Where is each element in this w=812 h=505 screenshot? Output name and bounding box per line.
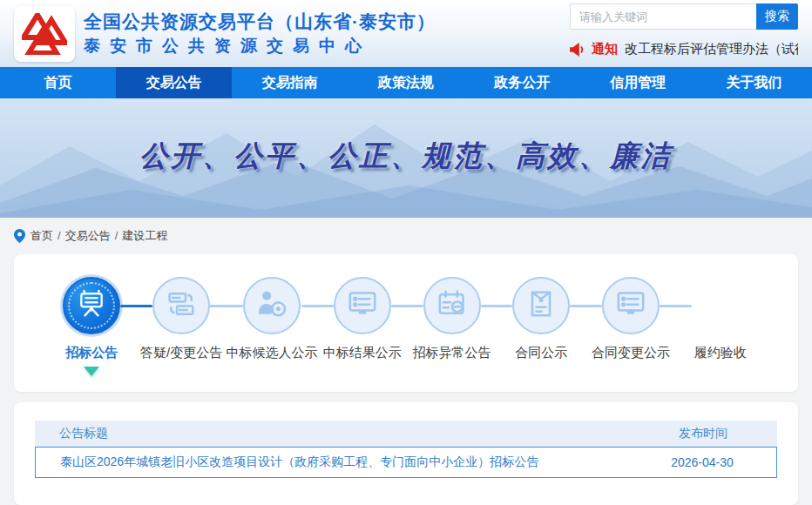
breadcrumb-item-2[interactable]: 建设工程: [122, 229, 167, 242]
table-body: 泰山区2026年城镇老旧小区改造项目设计（政府采购工程、专门面向中小企业）招标公…: [35, 447, 777, 478]
step-circle[interactable]: [243, 277, 301, 334]
step-connector: [481, 305, 513, 307]
step-label: 合同变更公示: [592, 345, 670, 361]
monitor-list-icon: [613, 286, 648, 325]
site-title: 全国公共资源交易平台（山东省·泰安市）: [84, 10, 436, 33]
announcement-date: 2026-04-30: [628, 455, 776, 469]
cards-swap-icon: [164, 286, 199, 325]
search-input[interactable]: [570, 3, 756, 30]
breadcrumb-separator: /: [58, 229, 61, 242]
location-pin-icon: [14, 229, 25, 243]
table-header-date: 发布时间: [629, 426, 777, 441]
announcement-title-link[interactable]: 泰山区2026年城镇老旧小区改造项目设计（政府采购工程、专门面向中小企业）招标公…: [36, 454, 628, 470]
announcement-table-card: 公告标题 发布时间 泰山区2026年城镇老旧小区改造项目设计（政府采购工程、专门…: [14, 402, 798, 505]
step-connector: [301, 305, 334, 307]
step-connector: [209, 305, 243, 307]
step-connector: [120, 305, 152, 307]
step-circle[interactable]: [152, 277, 210, 334]
triangle-mountain-logo-icon: [22, 13, 67, 55]
process-flow: 招标公告答疑/变更公告中标候选人公示中标结果公示招标异常公告合同公示合同变更公示…: [47, 277, 765, 376]
process-step-2[interactable]: 中标候选人公示: [226, 277, 317, 376]
table-header-title: 公告标题: [35, 426, 629, 441]
banner-slogan: 公开、公平、公正、规范、高效、廉洁: [0, 137, 812, 176]
step-label: 合同公示: [515, 345, 567, 361]
step-circle[interactable]: [423, 277, 481, 334]
step-label: 招标公告: [65, 345, 118, 361]
speaker-icon: [570, 43, 585, 57]
breadcrumb-items: 首页/交易公告/建设工程: [30, 228, 167, 244]
step-connector: [391, 305, 423, 307]
active-step-arrow-icon: [84, 367, 99, 376]
nav-item-2[interactable]: 交易指南: [232, 67, 348, 98]
step-connector: [570, 305, 602, 307]
process-step-5[interactable]: 合同公示: [497, 277, 586, 376]
notice-ticker[interactable]: 通知 改工程标后评估管理办法（试行: [570, 41, 798, 57]
process-step-0[interactable]: 招标公告: [47, 277, 137, 376]
process-step-7[interactable]: 履约验收: [675, 277, 765, 376]
main-nav: 首页交易公告交易指南政策法规政务公开信用管理关于我们: [0, 67, 812, 98]
step-label: 中标候选人公示: [226, 345, 317, 361]
nav-item-5[interactable]: 信用管理: [580, 67, 696, 98]
process-flow-card: 招标公告答疑/变更公告中标候选人公示中标结果公示招标异常公告合同公示合同变更公示…: [14, 254, 798, 392]
notice-badge: 通知: [592, 41, 618, 57]
step-label: 履约验收: [694, 345, 747, 361]
step-label: 答疑/变更公告: [140, 345, 222, 361]
site-header: 全国公共资源交易平台（山东省·泰安市） 泰安市公共资源交易中心 搜索 通知 改工…: [0, 0, 812, 67]
nav-item-0[interactable]: 首页: [0, 67, 116, 98]
step-circle[interactable]: [334, 277, 391, 334]
nav-item-4[interactable]: 政务公开: [464, 67, 580, 98]
monitor-list-icon: [345, 286, 380, 325]
breadcrumb-item-0[interactable]: 首页: [30, 229, 53, 242]
step-circle[interactable]: [512, 277, 570, 334]
step-circle-placeholder: [692, 277, 749, 334]
step-connector: [660, 305, 692, 307]
site-subtitle: 泰安市公共资源交易中心: [84, 36, 436, 57]
nav-item-1[interactable]: 交易公告: [116, 67, 232, 98]
table-header-row: 公告标题 发布时间: [35, 421, 777, 447]
nav-item-3[interactable]: 政策法规: [348, 67, 464, 98]
breadcrumb: 首页/交易公告/建设工程: [14, 218, 798, 254]
step-circle[interactable]: [63, 277, 120, 334]
breadcrumb-item-1[interactable]: 交易公告: [65, 229, 111, 242]
process-step-4[interactable]: 招标异常公告: [407, 277, 497, 376]
table-row[interactable]: 泰山区2026年城镇老旧小区改造项目设计（政府采购工程、专门面向中小企业）招标公…: [35, 447, 777, 478]
process-step-1[interactable]: 答疑/变更公告: [137, 277, 227, 376]
step-label: 招标异常公告: [413, 345, 491, 361]
breadcrumb-separator: /: [115, 229, 118, 242]
search-button[interactable]: 搜索: [756, 3, 798, 30]
envelope-seal-icon: [524, 286, 558, 325]
process-step-6[interactable]: 合同变更公示: [586, 277, 676, 376]
step-circle[interactable]: [602, 277, 660, 334]
easel-board-icon: [74, 286, 109, 325]
process-step-3[interactable]: 中标结果公示: [317, 277, 407, 376]
site-logo: [14, 6, 75, 62]
person-target-icon: [254, 286, 289, 325]
hero-banner: 公开、公平、公正、规范、高效、廉洁: [0, 98, 812, 218]
nav-item-6[interactable]: 关于我们: [696, 67, 812, 98]
step-label: 中标结果公示: [323, 345, 402, 361]
calendar-minus-icon: [435, 286, 470, 325]
notice-text: 改工程标后评估管理办法（试行: [625, 41, 798, 57]
